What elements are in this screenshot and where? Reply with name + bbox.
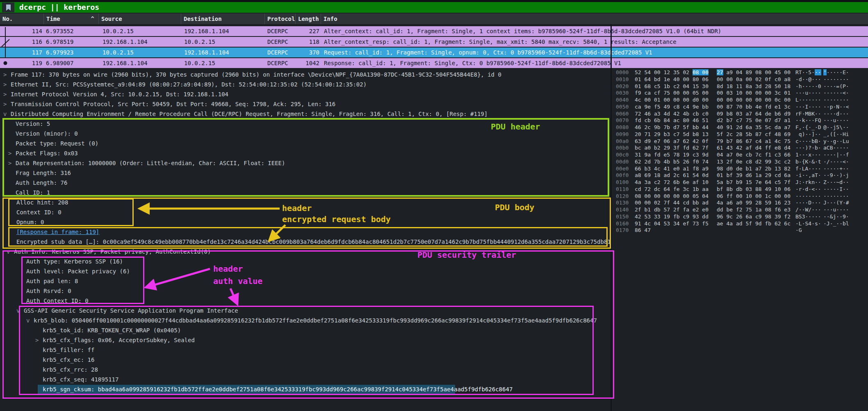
hex-ascii: ·L·S4·s·: [795, 220, 821, 227]
hex-ascii: ·····I··: [823, 186, 849, 193]
packet-cell-time: 6.978519: [46, 37, 98, 47]
bookmark-button[interactable]: [2, 2, 14, 12]
detail-row[interactable]: krb5_cfx_seq: 41895117: [0, 375, 611, 384]
collapsed-icon[interactable]: >: [3, 99, 7, 109]
hex-row[interactable]: 01004a 3a c2 72 6b 6e af 105a b7 b9 15 7…: [612, 179, 868, 186]
detail-row[interactable]: Alloc hint: 208: [0, 198, 611, 207]
hex-row[interactable]: 012008 00 00 00 00 00 05 0406 ff 00 10 0…: [612, 193, 868, 200]
display-filter-bar[interactable]: dcerpc || kerberos: [0, 2, 868, 13]
detail-field: Packet Flags: 0x03: [16, 148, 78, 158]
hex-row[interactable]: 00b0bc a0 b2 29 3f fd 62 7f61 43 42 af d…: [612, 144, 868, 151]
detail-row[interactable]: Context ID: 0: [0, 207, 611, 217]
detail-row[interactable]: Version (minor): 0: [0, 129, 611, 139]
hex-bytes: 09 b8 03 a7 64 de b6 d9: [717, 110, 791, 117]
hex-row[interactable]: 006072 46 a3 4d 42 4b cb c009 b8 03 a7 6…: [612, 110, 868, 117]
hex-row[interactable]: 002001 68 c5 1b c2 04 15 308d 18 11 8a 3…: [612, 83, 868, 90]
detail-row[interactable]: Auth Rsrvd: 0: [0, 286, 611, 296]
column-header-destination[interactable]: Destination: [181, 14, 265, 24]
detail-row[interactable]: Version: 5: [0, 119, 611, 129]
collapsed-icon[interactable]: >: [3, 79, 7, 89]
hex-row[interactable]: 0070fd cb 6b 84 ac 80 46 51d2 b7 c7 75 0…: [612, 117, 868, 124]
hex-row[interactable]: 0050ca 9e f5 49 c8 c4 9e bb00 87 70 bb 4…: [612, 103, 868, 110]
hex-row[interactable]: 000052 54 00 12 35 02 08 0027 a9 04 89 0…: [612, 69, 868, 76]
detail-row[interactable]: krb5_cfx_rrc: 28: [0, 365, 611, 375]
hex-bytes: 91 4c 04 53 34 ef 73 f5: [635, 220, 709, 227]
hex-bytes: 04 a7 0e cb 7c f1 c3 66: [717, 151, 791, 158]
hex-row[interactable]: 00d062 2d 7b 4b b5 26 f0 7413 2f 0e c8 d…: [612, 158, 868, 165]
packet-row[interactable]: 1146.97355210.0.2.15192.168.1.104DCERPC2…: [0, 26, 868, 36]
hex-ascii: ·i··,aT·: [795, 172, 821, 179]
column-header-length[interactable]: Length: [296, 14, 321, 24]
hex-row[interactable]: 00a063 d9 e7 06 a7 62 42 0f79 b7 86 67 c…: [612, 138, 868, 145]
detail-field: Auth Rsrvd: 0: [26, 286, 71, 296]
packet-row[interactable]: 1166.978519192.168.1.10410.0.2.15DCERPC1…: [0, 37, 868, 47]
hex-offset: 0050: [616, 103, 629, 110]
collapsed-icon[interactable]: >: [8, 148, 11, 158]
detail-row[interactable]: [Response in frame: 119]: [0, 227, 611, 237]
sort-ascending-icon: ^: [91, 14, 94, 24]
detail-row[interactable]: vkrb5_blob: 050406ff0010001c00000000027f…: [0, 316, 611, 325]
hex-bytes: 42 53 33 19 fb c9 93 dd: [635, 213, 709, 220]
detail-row[interactable]: >Data Representation: 10000000 (Order: L…: [0, 158, 611, 168]
detail-row[interactable]: krb5_tok_id: KRB_TOKEN_CFX_WRAP (0x0405): [0, 325, 611, 335]
hex-bytes: 72 46 a3 4d 42 4b cb c0: [635, 110, 709, 117]
hex-row[interactable]: 00c031 9a fd e5 78 19 c3 9d04 a7 0e cb 7…: [612, 151, 868, 158]
detail-row[interactable]: >Packet Flags: 0x03: [0, 148, 611, 158]
hex-row[interactable]: 015042 53 33 19 fb c9 93 dd96 9c 26 6a c…: [612, 213, 868, 220]
column-header-source[interactable]: Source: [99, 14, 181, 24]
hex-row[interactable]: 009020 71 29 b3 c7 5d b8 135f 2c 28 5b 8…: [612, 131, 868, 138]
response-in-frame-link[interactable]: [Response in frame: 119]: [16, 227, 99, 237]
hex-row[interactable]: 00404c 00 01 00 00 00 d0 0000 00 00 00 0…: [612, 96, 868, 103]
detail-row[interactable]: Auth level: Packet privacy (6): [0, 266, 611, 276]
expanded-icon[interactable]: v: [26, 316, 30, 325]
detail-row[interactable]: >Transmission Control Protocol, Src Port…: [0, 99, 611, 109]
detail-row[interactable]: krb5_cfx_ec: 16: [0, 355, 611, 365]
detail-row[interactable]: Auth Context ID: 0: [0, 296, 611, 306]
hex-ascii: ···I····: [795, 103, 821, 110]
detail-row[interactable]: Encrypted stub data […]: 0c00ca9ef549c8c…: [0, 237, 611, 247]
hex-row[interactable]: 008046 2c 9b 7b d7 5f bb 4440 91 2d 6a 3…: [612, 124, 868, 131]
detail-row[interactable]: >Frame 117: 370 bytes on wire (2960 bits…: [0, 70, 611, 79]
hex-row[interactable]: 016091 4c 04 53 34 ef 73 f5ae 4a ad 5f 9…: [612, 220, 868, 227]
column-header-protocol[interactable]: Protocol: [265, 14, 296, 24]
detail-row[interactable]: Opnum: 0: [0, 217, 611, 227]
column-header-time[interactable]: Time^: [44, 14, 99, 24]
hex-offset: 0150: [616, 213, 629, 220]
detail-row[interactable]: >krb5_cfx_flags: 0x06, AcceptorSubkey, S…: [0, 335, 611, 345]
packet-row[interactable]: 1196.989007192.168.1.10410.0.2.15DCERPC1…: [0, 58, 868, 68]
hex-row[interactable]: 00f0a8 69 18 ad 2c 61 54 0d01 bf 39 d6 1…: [612, 172, 868, 179]
collapsed-icon[interactable]: >: [3, 89, 7, 99]
collapsed-icon[interactable]: >: [35, 335, 39, 345]
hex-offset: 0090: [616, 131, 629, 138]
hex-row[interactable]: 01402f b1 db 57 2f fa e2 e0dd be f2 75 1…: [612, 206, 868, 213]
detail-row[interactable]: vGSS-API Generic Security Service Applic…: [0, 306, 611, 316]
collapsed-icon[interactable]: >: [3, 70, 7, 79]
hex-row[interactable]: 0030f9 ca cf 75 00 00 05 0000 03 10 00 0…: [612, 89, 868, 96]
detail-row[interactable]: >Ethernet II, Src: PCSSystemtec_a9:04:89…: [0, 79, 611, 89]
detail-row[interactable]: vDistributed Computing Environment / Rem…: [0, 109, 611, 119]
hex-row[interactable]: 017086 47·G: [612, 227, 868, 234]
hex-row[interactable]: 00e066 b3 4c 41 e0 a1 f8 a998 d0 de b1 a…: [612, 165, 868, 172]
detail-row[interactable]: krb5_sgn_cksum: bbad4aa6a099285916232fb1…: [0, 384, 611, 394]
detail-row[interactable]: Auth type: Kerberos SSP (16): [0, 257, 611, 266]
detail-row[interactable]: >Internet Protocol Version 4, Src: 10.0.…: [0, 89, 611, 99]
expanded-icon[interactable]: v: [3, 109, 7, 119]
detail-row[interactable]: Call ID: 1: [0, 188, 611, 198]
collapsed-icon[interactable]: >: [8, 158, 11, 168]
packet-row[interactable]: 1176.97992310.0.2.15192.168.1.104DCERPC3…: [0, 48, 868, 57]
hex-row[interactable]: 001001 64 bd 1e 40 00 80 0600 00 0a 00 0…: [612, 76, 868, 83]
expanded-icon[interactable]: v: [7, 247, 10, 257]
detail-row[interactable]: krb5_filler: ff: [0, 345, 611, 355]
detail-row[interactable]: Packet type: Request (0): [0, 139, 611, 148]
detail-row[interactable]: Auth Length: 76: [0, 178, 611, 188]
detail-row[interactable]: Auth pad len: 8: [0, 276, 611, 286]
column-header-no[interactable]: No.: [0, 14, 44, 24]
expanded-icon[interactable]: v: [16, 306, 20, 316]
display-filter-input[interactable]: dcerpc || kerberos: [19, 3, 99, 11]
detail-row[interactable]: Frag Length: 316: [0, 168, 611, 178]
hex-row[interactable]: 0110cd 72 dc 64 fe 3c 1b aabf 8b db 03 8…: [612, 186, 868, 193]
detail-row[interactable]: vAuth Info: Kerberos SSP, Packet privacy…: [0, 247, 611, 257]
detail-field: Data Representation: 10000000 (Order: Li…: [16, 158, 285, 168]
column-header-info[interactable]: Info: [321, 14, 868, 24]
hex-row[interactable]: 013000 00 02 7f 44 cd bb ad4a a6 a0 99 2…: [612, 199, 868, 206]
